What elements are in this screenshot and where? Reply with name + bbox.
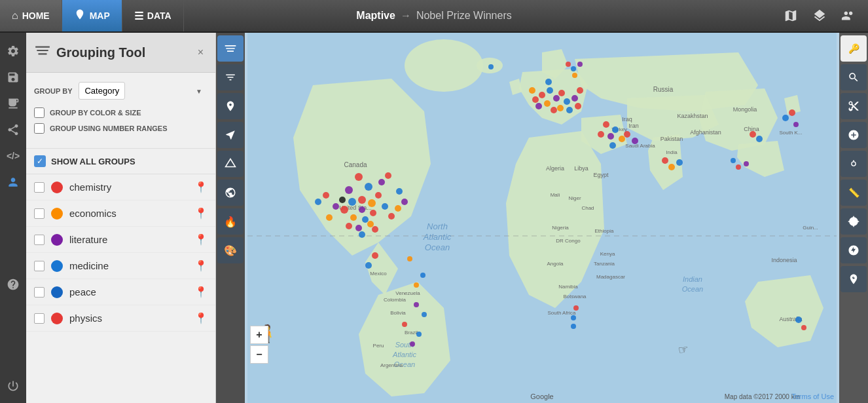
category-item-literature[interactable]: literature 📍 xyxy=(26,227,215,253)
peace-checkbox[interactable] xyxy=(34,287,45,297)
polygon-tool-btn[interactable] xyxy=(217,151,244,177)
panel-close-button[interactable]: × xyxy=(194,45,208,60)
svg-text:North: North xyxy=(427,221,448,231)
map-label: MAP xyxy=(90,10,110,21)
zoom-in-button[interactable]: + xyxy=(250,326,268,344)
terms-of-use-link[interactable]: Terms of Use xyxy=(791,393,834,400)
code-icon[interactable]: </> xyxy=(1,144,25,168)
heatmap-tool-btn[interactable]: 🔥 xyxy=(217,208,244,235)
literature-checkbox[interactable] xyxy=(34,235,45,245)
group-by-select[interactable]: Category Value Name xyxy=(79,82,125,100)
camera-icon[interactable] xyxy=(841,151,867,177)
grouping-tool-btn[interactable] xyxy=(217,35,244,62)
map-button[interactable]: MAP xyxy=(62,0,122,31)
right-toolbar: 🔑 📏 xyxy=(839,33,868,403)
panel-header: Grouping Tool × xyxy=(26,33,215,73)
filter-tool-btn[interactable] xyxy=(217,64,244,90)
svg-text:Iraq: Iraq xyxy=(622,116,632,123)
svg-point-71 xyxy=(367,221,374,227)
map-view-icon[interactable] xyxy=(778,3,804,29)
physics-dot xyxy=(51,313,63,324)
svg-point-116 xyxy=(632,138,638,144)
svg-text:Mongolia: Mongolia xyxy=(733,106,757,113)
map-attribution: Google xyxy=(530,393,553,400)
grouping-tool-panel: Grouping Tool × GROUP BY Category Value … xyxy=(26,33,216,403)
svg-point-66 xyxy=(375,192,382,199)
number-ranges-checkbox[interactable] xyxy=(34,123,45,134)
location-icon[interactable] xyxy=(841,208,867,235)
zoom-out-button[interactable]: − xyxy=(250,345,268,364)
top-navigation: ⌂ HOME MAP ☰ DATA Maptive → Nobel Prize … xyxy=(0,0,868,33)
svg-point-76 xyxy=(401,199,408,205)
map-area[interactable]: North Atlantic Ocean Indian Ocean South … xyxy=(245,33,839,403)
share-icon[interactable] xyxy=(835,3,861,29)
chemistry-pin-icon[interactable]: 📍 xyxy=(194,181,208,193)
brand-name: Maptive xyxy=(356,10,395,22)
svg-point-88 xyxy=(416,332,422,337)
presentation-icon[interactable] xyxy=(1,92,25,115)
data-button[interactable]: ☰ DATA xyxy=(122,0,184,31)
economics-pin-icon[interactable]: 📍 xyxy=(194,207,208,220)
scissors-icon[interactable] xyxy=(841,93,867,119)
main-layout: </> Grouping Tool xyxy=(0,33,868,403)
globe-tool-btn[interactable] xyxy=(217,180,244,206)
category-item-economics[interactable]: economics 📍 xyxy=(26,201,215,227)
svg-point-101 xyxy=(557,105,564,111)
share-sidebar-icon[interactable] xyxy=(1,118,25,142)
settings-icon[interactable] xyxy=(1,39,25,63)
svg-point-96 xyxy=(544,100,551,107)
pin-tool-btn[interactable] xyxy=(217,93,244,119)
select-arrow-icon: ▼ xyxy=(196,87,202,94)
number-ranges-checkbox-row[interactable]: GROUP USING NUMBER RANGES xyxy=(34,123,208,134)
color-size-checkbox[interactable] xyxy=(34,107,45,118)
category-item-chemistry[interactable]: chemistry 📍 xyxy=(26,174,215,201)
category-item-peace[interactable]: peace 📍 xyxy=(26,279,215,305)
economics-label: economics xyxy=(69,208,194,219)
svg-point-86 xyxy=(422,312,427,317)
svg-text:Nigeria: Nigeria xyxy=(552,225,569,231)
zoom-circle-icon[interactable] xyxy=(841,122,867,148)
add-location-icon[interactable] xyxy=(841,266,867,292)
home-button[interactable]: ⌂ HOME xyxy=(0,0,62,31)
literature-label: literature xyxy=(69,234,194,245)
zoom-search-icon[interactable] xyxy=(841,64,867,90)
tool-panel: 🔥 🎨 xyxy=(216,33,245,403)
svg-point-102 xyxy=(566,107,573,113)
save-icon[interactable] xyxy=(1,66,25,89)
data-label: DATA xyxy=(147,10,172,21)
physics-checkbox[interactable] xyxy=(34,313,45,324)
literature-pin-icon[interactable]: 📍 xyxy=(194,233,208,246)
svg-point-104 xyxy=(571,95,578,102)
physics-label: physics xyxy=(69,313,194,324)
svg-point-120 xyxy=(731,158,736,163)
category-item-medicine[interactable]: medicine 📍 xyxy=(26,253,215,279)
svg-point-128 xyxy=(795,317,802,323)
medicine-checkbox[interactable] xyxy=(34,261,45,271)
chemistry-checkbox[interactable] xyxy=(34,182,45,193)
physics-pin-icon[interactable]: 📍 xyxy=(194,312,208,324)
svg-point-78 xyxy=(315,199,321,205)
economics-checkbox[interactable] xyxy=(34,208,45,219)
category-item-physics[interactable]: physics 📍 xyxy=(26,305,215,332)
svg-text:Namibia: Namibia xyxy=(558,284,578,290)
color-size-checkbox-row[interactable]: GROUP BY COLOR & SIZE xyxy=(34,107,208,118)
style-tool-btn[interactable]: 🎨 xyxy=(217,237,244,263)
svg-text:India: India xyxy=(666,149,678,155)
key-icon[interactable]: 🔑 xyxy=(841,35,867,62)
show-all-groups-row[interactable]: ✓ SHOW ALL GROUPS xyxy=(26,149,215,174)
svg-point-137 xyxy=(571,324,576,329)
power-icon[interactable] xyxy=(1,374,25,398)
svg-point-83 xyxy=(372,252,378,259)
svg-text:Russia: Russia xyxy=(653,86,674,93)
route-tool-btn[interactable] xyxy=(217,122,244,148)
svg-point-99 xyxy=(535,103,542,109)
title-arrow: → xyxy=(401,10,411,22)
help-icon[interactable] xyxy=(1,273,25,296)
peace-pin-icon[interactable]: 📍 xyxy=(194,286,208,298)
group-by-select-wrapper: Category Value Name ▼ xyxy=(79,82,208,100)
ruler-icon[interactable]: 📏 xyxy=(841,180,867,206)
user-icon[interactable] xyxy=(1,170,25,194)
medicine-pin-icon[interactable]: 📍 xyxy=(194,259,208,272)
layers-icon[interactable] xyxy=(806,3,833,29)
spiral-icon[interactable] xyxy=(841,237,867,263)
